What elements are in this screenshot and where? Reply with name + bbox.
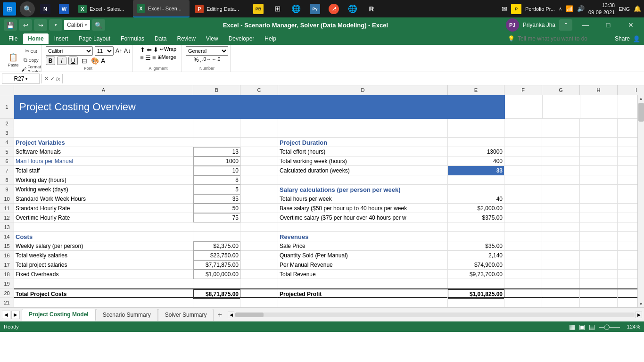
cell-a18[interactable]: Fixed Overheads: [14, 270, 193, 279]
cell-d3[interactable]: [278, 128, 448, 138]
cell-g18[interactable]: [542, 270, 580, 279]
cell-g6[interactable]: [542, 156, 580, 166]
cell-i12[interactable]: [618, 213, 637, 222]
align-top-btn[interactable]: ⬆: [140, 46, 145, 53]
taskbar-app-notepad[interactable]: N: [37, 0, 54, 17]
start-button[interactable]: ⊞: [3, 2, 16, 16]
cell-h2[interactable]: [580, 119, 618, 128]
cell-i3[interactable]: [618, 128, 637, 138]
tab-help[interactable]: Help: [260, 33, 281, 44]
col-header-h[interactable]: H: [580, 85, 618, 95]
cell-i21[interactable]: [618, 298, 637, 307]
taskbar-app6[interactable]: ⊞: [269, 0, 286, 17]
cell-b11[interactable]: 50: [193, 204, 240, 213]
expand-icon[interactable]: ∧: [559, 6, 562, 11]
decrease-font-btn[interactable]: A↓: [124, 48, 131, 54]
cell-d14[interactable]: Revenues: [278, 232, 448, 241]
col-header-a[interactable]: A: [14, 85, 193, 95]
paste-btn[interactable]: 📋 Paste: [5, 52, 22, 69]
cell-a13[interactable]: [14, 222, 193, 232]
row-num-10[interactable]: 10: [0, 194, 14, 204]
cell-b3[interactable]: [193, 128, 240, 138]
row-num-16[interactable]: 16: [0, 251, 14, 260]
cell-c12[interactable]: [240, 213, 278, 222]
row-num-17[interactable]: 17: [0, 260, 14, 270]
formula-input[interactable]: [65, 74, 642, 84]
tab-file[interactable]: File: [4, 33, 22, 44]
cell-f15[interactable]: [504, 241, 542, 251]
cell-b15[interactable]: $2,375.00: [193, 241, 240, 251]
cell-c2[interactable]: [240, 119, 278, 128]
cut-btn[interactable]: ✂ Cut: [23, 47, 40, 56]
border-btn[interactable]: ⊟: [80, 57, 89, 65]
align-bottom-btn[interactable]: ⬇: [153, 46, 158, 53]
tab-data[interactable]: Data: [150, 33, 171, 44]
cell-c21[interactable]: [240, 298, 278, 307]
cell-b21[interactable]: [193, 298, 240, 307]
cell-f19[interactable]: [504, 279, 542, 288]
tab-insert[interactable]: Insert: [50, 33, 73, 44]
row-num-5[interactable]: 5: [0, 147, 14, 156]
row-num-2[interactable]: 2: [0, 119, 14, 128]
taskbar-r[interactable]: R: [363, 0, 380, 17]
cell-i17[interactable]: [618, 260, 637, 270]
horizontal-scrollbar[interactable]: ◀ ▶: [228, 312, 642, 318]
cell-g16[interactable]: [542, 251, 580, 260]
cell-c4[interactable]: [240, 138, 278, 147]
cell-i19[interactable]: [618, 279, 637, 288]
cell-f17[interactable]: [504, 260, 542, 270]
cell-g17[interactable]: [542, 260, 580, 270]
cell-b13[interactable]: [193, 222, 240, 232]
cell-b12[interactable]: 75: [193, 213, 240, 222]
cell-h16[interactable]: [580, 251, 618, 260]
cell-a9[interactable]: Working week (days): [14, 185, 193, 194]
zoom-btn[interactable]: 🔍: [92, 19, 105, 31]
row-num-3[interactable]: 3: [0, 128, 14, 138]
search-button[interactable]: 🔍: [20, 1, 35, 16]
cell-g20[interactable]: [542, 289, 580, 299]
cell-b18[interactable]: $1,00,000.00: [193, 270, 240, 279]
cell-d2[interactable]: [278, 119, 448, 128]
scroll-track[interactable]: [637, 102, 644, 301]
cell-d10[interactable]: Total hours per week: [278, 194, 448, 204]
scroll-left-sheet-btn[interactable]: ◀: [2, 311, 10, 319]
cell-a7[interactable]: Total staff: [14, 166, 193, 175]
cell-d5[interactable]: Total effort (hours): [278, 147, 448, 156]
cell-i15[interactable]: [618, 241, 637, 251]
view-page-btn[interactable]: ▣: [579, 323, 585, 330]
col-header-g[interactable]: G: [542, 85, 580, 95]
row-num-14[interactable]: 14: [0, 232, 14, 241]
cell-a11[interactable]: Standard Hourly Rate: [14, 204, 193, 213]
cell-c8[interactable]: [240, 175, 278, 185]
cell-i10[interactable]: [618, 194, 637, 204]
increase-font-btn[interactable]: A↑: [116, 48, 122, 54]
cell-e2[interactable]: [448, 119, 504, 128]
sheet-tab-scenario-summary[interactable]: Scenario Summary: [96, 309, 158, 321]
ribbon-collapse-btn[interactable]: ⌃: [559, 19, 572, 31]
cell-b2[interactable]: [193, 119, 240, 128]
vertical-scrollbar[interactable]: ▲ ▼: [637, 95, 644, 307]
cell-c13[interactable]: [240, 222, 278, 232]
cell-h18[interactable]: [580, 270, 618, 279]
cell-reference[interactable]: R27 ▾: [2, 74, 40, 84]
format-painter-btn[interactable]: 🖌 Format Painter: [23, 65, 40, 73]
align-left-btn[interactable]: ≡: [140, 54, 144, 61]
confirm-formula-btn[interactable]: ✓: [50, 75, 55, 82]
cell-f7[interactable]: [504, 166, 542, 175]
cell-a16[interactable]: Total weekly salaries: [14, 251, 193, 260]
cell-f11[interactable]: [504, 204, 542, 213]
cell-h4[interactable]: [580, 138, 618, 147]
cell-b20[interactable]: $8,71,875.00: [193, 289, 240, 299]
row-num-13[interactable]: 13: [0, 222, 14, 232]
sheet-tab-project-costing[interactable]: Project Costing Model: [22, 309, 96, 321]
cell-e20[interactable]: $1,01,825.00: [448, 289, 504, 299]
cell-g8[interactable]: [542, 175, 580, 185]
cell-g12[interactable]: [542, 213, 580, 222]
cell-d15[interactable]: Sale Price: [278, 241, 448, 251]
scroll-up-btn[interactable]: ▲: [638, 95, 644, 102]
cell-e8[interactable]: [448, 175, 504, 185]
col-header-i[interactable]: I: [618, 85, 644, 95]
maximize-btn[interactable]: □: [599, 17, 618, 33]
cell-d20[interactable]: Projected Profit: [278, 289, 448, 299]
row-num-7[interactable]: 7: [0, 166, 14, 175]
